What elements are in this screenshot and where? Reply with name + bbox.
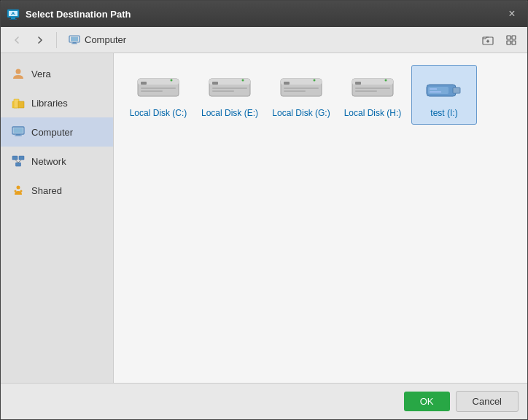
svg-rect-54 <box>355 88 390 89</box>
svg-rect-59 <box>430 88 437 90</box>
svg-point-53 <box>385 79 387 82</box>
sidebar-item-computer[interactable]: Computer <box>1 117 113 147</box>
svg-rect-21 <box>14 128 23 133</box>
svg-point-47 <box>314 79 316 82</box>
back-button[interactable] <box>7 30 27 50</box>
toolbar-separator-1 <box>56 32 57 48</box>
svg-rect-52 <box>355 82 361 85</box>
svg-rect-15 <box>512 41 516 44</box>
svg-point-29 <box>17 186 20 190</box>
svg-rect-34 <box>141 82 147 85</box>
sidebar-item-network[interactable]: Network <box>1 147 113 176</box>
list-item[interactable]: Local Disk (G:) <box>268 65 334 125</box>
svg-line-27 <box>15 160 19 163</box>
sidebar-item-libraries[interactable]: Libraries <box>1 88 113 117</box>
svg-rect-25 <box>19 156 24 160</box>
close-button[interactable]: × <box>502 4 521 23</box>
title-bar: Select Destination Path × <box>1 1 527 27</box>
svg-rect-46 <box>284 82 290 85</box>
svg-line-28 <box>18 160 22 163</box>
svg-rect-22 <box>16 134 20 136</box>
computer-icon <box>11 125 26 139</box>
svg-point-16 <box>16 69 21 74</box>
library-icon <box>11 96 26 110</box>
sidebar-item-computer-label: Computer <box>31 127 73 138</box>
svg-rect-43 <box>212 90 234 92</box>
hdd-icon <box>278 71 325 104</box>
svg-rect-3 <box>9 19 17 20</box>
view-toggle-button[interactable] <box>501 30 521 50</box>
location-bar: Computer <box>63 34 475 46</box>
svg-point-31 <box>20 190 23 192</box>
svg-rect-2 <box>11 18 15 19</box>
cancel-button[interactable]: Cancel <box>456 391 519 412</box>
toolbar: Computer <box>1 27 527 53</box>
svg-rect-8 <box>71 43 77 44</box>
file-item-label: test (I:) <box>430 108 457 118</box>
svg-rect-36 <box>141 88 176 89</box>
file-item-label: Local Disk (C:) <box>130 108 187 118</box>
app-icon <box>7 7 20 20</box>
svg-rect-42 <box>212 88 247 89</box>
file-item-label: Local Disk (E:) <box>201 108 258 118</box>
usb-icon <box>421 71 467 104</box>
svg-rect-26 <box>16 163 21 166</box>
main-content: Local Disk (C:) Local Disk (E:) <box>114 53 527 383</box>
svg-rect-49 <box>284 90 306 92</box>
footer: OK Cancel <box>1 383 527 419</box>
svg-rect-57 <box>453 88 460 93</box>
svg-rect-60 <box>430 91 441 93</box>
sidebar-item-network-label: Network <box>31 156 66 167</box>
sidebar-item-shared[interactable]: Shared <box>1 176 113 205</box>
svg-rect-40 <box>212 82 218 85</box>
svg-rect-14 <box>507 41 510 44</box>
dialog-title: Select Destination Path <box>26 9 502 20</box>
network-icon <box>11 154 26 168</box>
svg-point-41 <box>242 79 244 82</box>
sidebar-item-shared-label: Shared <box>31 185 62 196</box>
location-text: Computer <box>85 34 126 45</box>
ok-button[interactable]: OK <box>404 392 450 411</box>
sidebar-item-vera[interactable]: Vera <box>1 59 113 88</box>
hdd-icon <box>135 71 182 104</box>
svg-rect-23 <box>15 136 22 136</box>
svg-point-35 <box>171 79 173 82</box>
file-item-label: Local Disk (H:) <box>344 108 402 118</box>
svg-rect-19 <box>18 101 24 108</box>
toolbar-right <box>478 30 521 50</box>
svg-point-30 <box>15 190 17 192</box>
new-folder-button[interactable] <box>478 30 498 50</box>
vera-icon <box>11 66 26 81</box>
svg-rect-12 <box>507 36 510 39</box>
list-item[interactable]: Local Disk (H:) <box>340 65 405 125</box>
svg-rect-48 <box>284 88 319 89</box>
svg-rect-6 <box>71 36 78 41</box>
forward-button[interactable] <box>30 30 50 50</box>
svg-rect-13 <box>512 36 516 39</box>
shared-icon <box>11 183 26 198</box>
dialog: Select Destination Path × Computer <box>0 0 528 420</box>
hdd-icon <box>349 71 396 104</box>
svg-rect-55 <box>355 90 377 92</box>
svg-rect-37 <box>141 90 163 92</box>
svg-rect-7 <box>73 42 77 44</box>
sidebar: Vera Libraries <box>1 53 114 383</box>
sidebar-item-vera-label: Vera <box>31 69 51 79</box>
location-icon <box>69 34 80 46</box>
list-item[interactable]: Local Disk (E:) <box>197 65 263 125</box>
sidebar-item-libraries-label: Libraries <box>31 98 68 109</box>
content-area: Vera Libraries <box>1 53 527 383</box>
file-item-label: Local Disk (G:) <box>272 108 330 118</box>
hdd-icon <box>206 71 253 104</box>
list-item[interactable]: Local Disk (C:) <box>125 65 191 125</box>
svg-rect-58 <box>428 87 449 94</box>
svg-rect-24 <box>12 156 18 160</box>
list-item[interactable]: test (I:) <box>411 65 477 125</box>
